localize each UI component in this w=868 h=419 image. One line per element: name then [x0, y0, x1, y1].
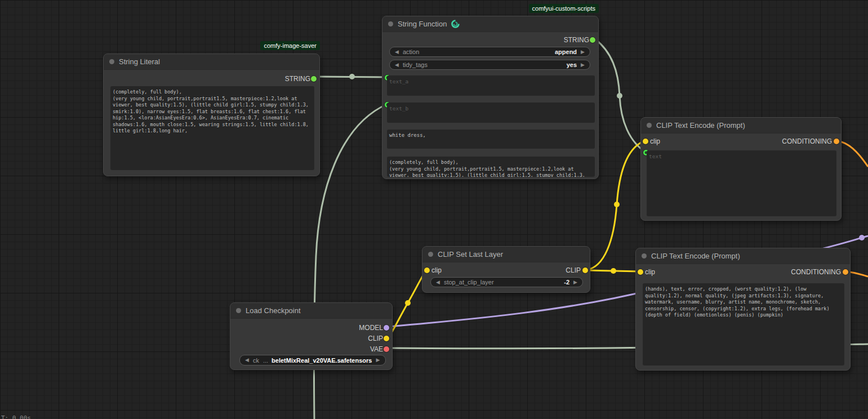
node-title: CLIP Text Encode (Prompt) [656, 121, 745, 130]
node-string-function: String Function STRING ◀ action append ▶… [382, 16, 599, 179]
reroute-dot[interactable] [614, 202, 620, 207]
output-slot-conditioning[interactable] [834, 139, 839, 144]
custom-scripts-swirl-icon [451, 20, 460, 28]
text-a-textarea[interactable]: text_a [387, 75, 595, 96]
node-title: CLIP Text Encode (Prompt) [651, 252, 740, 260]
node-clip-set-last-layer: CLIP Set Last Layer clip CLIP ◀ stop_at_… [422, 246, 590, 293]
node-clip-text-encode-positive: CLIP Text Encode (Prompt) clip CONDITION… [640, 117, 842, 221]
output-label-vae: VAE [370, 345, 383, 353]
output-label-model: MODEL [359, 324, 383, 332]
node-title-bar[interactable]: String Function [382, 16, 598, 32]
node-title-bar[interactable]: CLIP Set Last Layer [422, 247, 590, 262]
widget-label: stop_at_clip_layer [444, 279, 494, 286]
widget-ellipsis: ... [263, 357, 268, 364]
output-slot-clip[interactable] [384, 336, 389, 341]
reroute-dot[interactable] [349, 74, 355, 79]
combo-right-arrow-icon[interactable]: ▶ [573, 280, 577, 285]
input-slot-clip[interactable] [643, 139, 648, 144]
widget-stop-at-clip-layer[interactable]: ◀ stop_at_clip_layer -2 ▶ [430, 277, 583, 287]
widget-tidy-tags[interactable]: ◀ tidy_tags yes ▶ [389, 60, 590, 70]
negative-prompt-textarea[interactable]: (hands), text, error, cropped, (worst qu… [643, 283, 844, 365]
output-label-conditioning: CONDITIONING [782, 137, 832, 145]
combo-right-arrow-icon[interactable]: ▶ [581, 63, 585, 68]
combo-left-arrow-icon[interactable]: ◀ [395, 50, 399, 55]
node-pack-badge-comfyui-custom-scripts: comfyui-custom-scripts [529, 4, 599, 13]
combo-left-arrow-icon[interactable]: ◀ [245, 358, 249, 363]
widget-action[interactable]: ◀ action append ▶ [389, 47, 590, 57]
node-title: CLIP Set Last Layer [438, 250, 503, 258]
output-label-conditioning: CONDITIONING [791, 268, 841, 276]
node-load-checkpoint: Load Checkpoint MODEL CLIP VAE ◀ ck ... … [230, 302, 393, 370]
node-clip-text-encode-negative: CLIP Text Encode (Prompt) clip CONDITION… [635, 248, 851, 371]
combo-left-arrow-icon[interactable]: ◀ [395, 63, 399, 68]
widget-value: beletMixReal_v20VAE.safetensors [271, 357, 372, 364]
collapse-dot-icon[interactable] [109, 59, 114, 64]
input-label-clip: clip [645, 268, 655, 276]
output-slot-model[interactable] [384, 325, 389, 331]
combo-right-arrow-icon[interactable]: ▶ [376, 358, 380, 363]
input-slot-clip[interactable] [638, 269, 643, 275]
node-title: String Literal [119, 57, 160, 66]
execution-time-status: T: 0.00s [1, 414, 31, 419]
node-title-bar[interactable]: CLIP Text Encode (Prompt) [641, 118, 841, 133]
text-textarea[interactable]: text [647, 150, 836, 216]
string-literal-textarea[interactable]: (completely, full body), (very young chi… [110, 86, 314, 170]
reroute-dot[interactable] [405, 300, 411, 306]
collapse-dot-icon[interactable] [428, 252, 433, 257]
output-label-clip: CLIP [368, 335, 383, 342]
node-title-bar[interactable]: CLIP Text Encode (Prompt) [636, 248, 850, 264]
wire-offscreen-to-text-b [314, 104, 387, 419]
widget-label: ck [253, 357, 259, 364]
node-title-bar[interactable]: String Literal [104, 54, 319, 70]
reroute-dot[interactable] [611, 268, 616, 274]
wire-pos-conditioning-out [837, 141, 868, 167]
node-title: Load Checkpoint [246, 306, 301, 315]
output-slot-vae[interactable] [384, 346, 389, 352]
node-title-bar[interactable]: Load Checkpoint [230, 303, 392, 319]
collapse-dot-icon[interactable] [647, 123, 652, 128]
text-b-textarea[interactable]: text_b [387, 102, 595, 123]
input-label-clip: clip [650, 137, 660, 145]
output-label-string: STRING [564, 36, 589, 44]
placeholder: text_a [389, 78, 408, 84]
widget-value: -2 [564, 279, 569, 286]
collapse-dot-icon[interactable] [388, 21, 393, 26]
widget-ckpt-name[interactable]: ◀ ck ... beletMixReal_v20VAE.safetensors… [239, 355, 386, 365]
text-d-textarea[interactable]: (completely, full body), (very young chi… [387, 157, 595, 177]
output-label-string: STRING [285, 75, 310, 83]
widget-value: append [555, 48, 577, 55]
input-slot-clip[interactable] [424, 268, 430, 273]
input-label-clip: clip [431, 266, 442, 274]
node-graph-canvas[interactable]: comfy-image-saver comfyui-custom-scripts… [0, 0, 868, 419]
widget-value: yes [567, 61, 577, 68]
reroute-dot[interactable] [617, 93, 622, 99]
output-slot-conditioning[interactable] [843, 269, 848, 275]
combo-right-arrow-icon[interactable]: ▶ [581, 50, 585, 55]
collapse-dot-icon[interactable] [236, 308, 241, 313]
widget-label: tidy_tags [403, 61, 428, 68]
widget-label: action [403, 48, 419, 55]
node-title: String Function [398, 20, 447, 28]
collapse-dot-icon[interactable] [642, 253, 647, 258]
placeholder: text_b [389, 105, 408, 112]
output-slot-string[interactable] [311, 76, 317, 82]
reroute-dot[interactable] [859, 235, 865, 240]
text-c-textarea[interactable]: white dress, [387, 130, 595, 149]
node-string-literal: String Literal STRING (completely, full … [103, 54, 320, 176]
output-slot-clip[interactable] [582, 268, 588, 273]
node-pack-badge-comfy-image-saver: comfy-image-saver [260, 41, 320, 50]
output-slot-string[interactable] [590, 37, 595, 43]
output-label-clip: CLIP [566, 266, 581, 274]
combo-left-arrow-icon[interactable]: ◀ [436, 280, 440, 285]
placeholder: text [649, 153, 662, 159]
